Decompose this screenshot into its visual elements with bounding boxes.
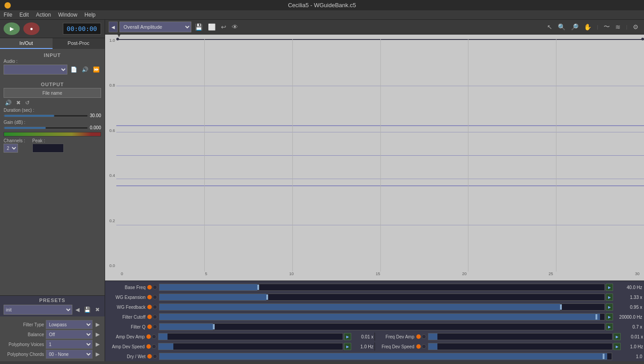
filter-type-select[interactable]: Lowpass (46, 320, 93, 329)
graph-selector[interactable]: Overall Amplitude (119, 22, 191, 32)
y-label-2: 0.8 (105, 83, 116, 88)
filter-q-dot2[interactable] (153, 325, 157, 329)
poly-voices-arrow[interactable]: ▶ (94, 341, 101, 348)
freq-dev-speed-label: Freq Dev Speed (376, 344, 416, 349)
graph-selector-arrow[interactable]: ◀ (109, 22, 118, 32)
amp-dev-amp-play[interactable]: ▶ (344, 333, 351, 340)
graph-wave2-icon[interactable]: ≋ (613, 22, 622, 31)
amp-dev-amp-slider[interactable] (158, 333, 343, 340)
graph-inner: ▼ (116, 39, 644, 272)
base-freq-dot2[interactable] (153, 285, 157, 289)
graph-wave-icon[interactable]: 〜 (602, 22, 612, 32)
gain-row: Gain (dB) : 0.000 (4, 120, 101, 130)
wg-feedback-dot[interactable] (147, 305, 152, 309)
file-name-button[interactable]: File name (4, 88, 101, 98)
wg-expansion-dot2[interactable] (153, 295, 157, 299)
freq-dev-speed-play[interactable]: ▶ (613, 343, 621, 350)
freq-dev-speed-dot[interactable] (416, 344, 421, 349)
amp-dev-speed-play[interactable]: ▶ (344, 343, 351, 350)
audio-speaker-icon[interactable]: 🔊 (80, 66, 90, 73)
filter-type-arrow[interactable]: ▶ (94, 321, 101, 328)
audio-select[interactable] (4, 65, 67, 75)
poly-chords-arrow[interactable]: ▶ (94, 351, 101, 358)
left-panel: ▶ ● 00:00:00 In/Out Post-Proc INPUT Audi… (0, 20, 105, 361)
filter-cutoff-dot[interactable] (147, 315, 152, 319)
base-freq-slider[interactable] (159, 284, 605, 291)
dry-wet-slider[interactable] (159, 353, 612, 360)
filter-cutoff-slider[interactable] (159, 313, 605, 320)
amp-dev-speed-dot[interactable] (146, 344, 151, 349)
dry-wet-dot[interactable] (147, 354, 152, 359)
graph-pointer-icon[interactable]: ↖ (545, 22, 554, 31)
y-label-6: 0.0 (105, 263, 116, 268)
balance-arrow[interactable]: ▶ (94, 331, 101, 338)
traffic-light-icon[interactable] (4, 2, 11, 9)
graph-endpoint-right[interactable] (641, 38, 644, 40)
graph-settings-icon[interactable]: ⚙ (631, 22, 640, 31)
peak-input[interactable] (32, 144, 64, 153)
poly-voices-select[interactable]: 1 (46, 340, 93, 349)
filter-q-play[interactable]: ▶ (606, 323, 613, 330)
wg-feedback-value: 0.95 x (613, 305, 642, 310)
wg-expansion-dot[interactable] (147, 295, 152, 299)
graph-endpoint-left[interactable] (116, 38, 119, 40)
graph-select-icon[interactable]: 🔍 (556, 22, 567, 31)
wg-feedback-play[interactable]: ▶ (606, 303, 613, 311)
presets-row: init ◀ 💾 ✖ (4, 305, 101, 315)
filter-cutoff-dot2[interactable] (153, 315, 157, 319)
freq-dev-speed-dot2[interactable] (422, 344, 426, 349)
tab-post-proc[interactable]: Post-Proc (53, 38, 105, 49)
output-refresh-icon[interactable]: ↺ (24, 99, 31, 106)
graph-undo-icon[interactable]: ↩ (219, 22, 228, 31)
title-bar: Cecilia5 - WGuideBank.c5 (0, 0, 644, 10)
freq-dev-amp-dot[interactable] (416, 334, 421, 339)
x-label-15: 15 (375, 272, 380, 281)
amp-dev-speed-dot2[interactable] (152, 344, 156, 349)
preset-arrow-icon[interactable]: ◀ (74, 306, 81, 313)
wg-feedback-dot2[interactable] (153, 305, 157, 309)
filter-cutoff-play[interactable]: ▶ (606, 313, 613, 320)
channels-select[interactable]: 2 (4, 144, 18, 153)
stop-button[interactable]: ● (23, 22, 40, 35)
poly-chords-select[interactable]: 00 - None (46, 350, 93, 359)
graph-hand-icon[interactable]: ✋ (582, 22, 593, 31)
filter-q-slider[interactable] (159, 323, 605, 330)
wg-feedback-slider[interactable] (159, 303, 605, 311)
filter-type-label: Filter Type (4, 322, 44, 327)
menu-file[interactable]: File (4, 12, 12, 18)
output-stop-icon[interactable]: ✖ (15, 99, 22, 106)
graph-eye-icon[interactable]: 👁 (230, 22, 240, 31)
amp-dev-speed-slider[interactable] (158, 343, 343, 350)
amp-dev-amp-dot2[interactable] (152, 334, 156, 339)
play-button[interactable]: ▶ (4, 22, 20, 35)
filter-q-dot[interactable] (147, 325, 152, 329)
dry-wet-dot2[interactable] (153, 354, 157, 359)
freq-dev-amp-play[interactable]: ▶ (613, 333, 621, 340)
wg-expansion-slider[interactable] (159, 294, 605, 301)
balance-select[interactable]: Off (46, 330, 93, 339)
menu-action[interactable]: Action (36, 12, 51, 18)
freq-dev-amp-slider[interactable] (428, 333, 613, 340)
output-speaker-icon[interactable]: 🔊 (4, 99, 13, 106)
menu-edit[interactable]: Edit (19, 12, 29, 18)
graph-fit-icon[interactable]: ⬜ (206, 22, 217, 31)
graph-save-icon[interactable]: 💾 (193, 22, 204, 31)
graph-area[interactable]: ▼ (105, 35, 644, 281)
balance-row: Balance Off ▶ (4, 330, 101, 339)
base-freq-play[interactable]: ▶ (606, 284, 613, 291)
graph-zoom-icon[interactable]: 🔎 (569, 22, 580, 31)
preset-select[interactable]: init (4, 305, 72, 315)
graph-vline-5 (556, 39, 556, 272)
amp-dev-amp-dot[interactable] (146, 334, 151, 339)
preset-delete-icon[interactable]: ✖ (94, 306, 101, 313)
base-freq-dot[interactable] (147, 285, 152, 289)
freq-dev-amp-dot2[interactable] (422, 334, 426, 339)
menu-help[interactable]: Help (84, 12, 96, 18)
tab-in-out[interactable]: In/Out (0, 38, 53, 49)
freq-dev-speed-slider[interactable] (428, 343, 613, 350)
menu-window[interactable]: Window (58, 12, 77, 18)
audio-load-icon[interactable]: 📄 (69, 66, 79, 73)
wg-expansion-play[interactable]: ▶ (606, 294, 613, 301)
preset-save-icon[interactable]: 💾 (83, 306, 92, 313)
audio-next-icon[interactable]: ⏩ (92, 66, 101, 73)
